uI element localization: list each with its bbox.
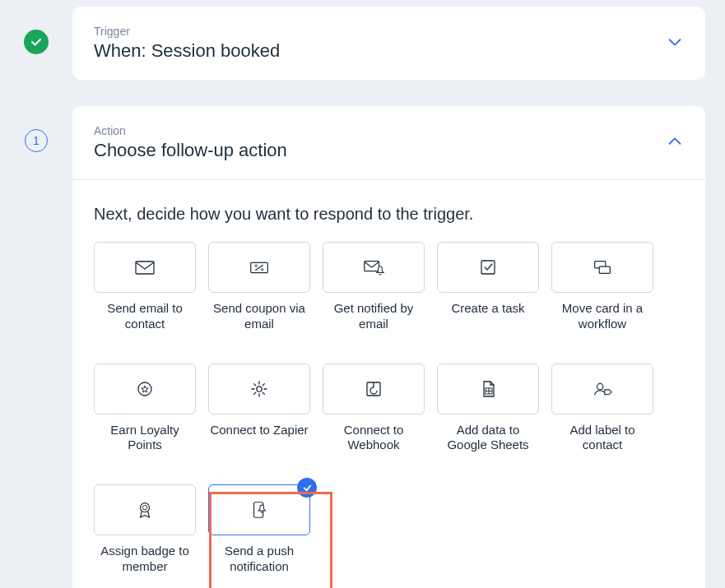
divider <box>72 179 705 180</box>
svg-rect-7 <box>599 266 610 273</box>
tile-label: Send email to contact <box>94 301 196 332</box>
svg-point-3 <box>262 269 263 271</box>
loyalty-star-icon <box>133 379 156 399</box>
tile-label: Connect to Zapier <box>208 423 310 438</box>
action-tile-create-task[interactable] <box>437 242 539 293</box>
svg-point-2 <box>255 265 257 266</box>
task-checkbox-icon <box>476 257 500 277</box>
phone-bell-icon <box>248 500 271 520</box>
tile-label: Send a push notification <box>208 544 310 575</box>
envelope-icon <box>133 257 156 277</box>
webhook-icon <box>362 379 385 399</box>
tile-label: Add label to contact <box>551 423 653 454</box>
svg-rect-5 <box>481 261 495 274</box>
action-tile-add-label[interactable] <box>551 363 653 414</box>
action-title: Choose follow-up action <box>94 140 287 161</box>
action-helper-text: Next, decide how you want to respond to … <box>94 205 684 224</box>
tile-label: Send coupon via email <box>208 301 310 332</box>
action-tile-assign-badge[interactable] <box>94 484 196 535</box>
trigger-title: When: Session booked <box>94 40 280 62</box>
action-eyebrow: Action <box>94 124 287 137</box>
sheets-icon <box>476 379 500 399</box>
action-card-header[interactable]: Action Choose follow-up action <box>94 124 684 161</box>
tile-label: Earn Loyalty Points <box>94 423 196 454</box>
svg-rect-0 <box>136 262 154 274</box>
svg-point-14 <box>142 505 147 510</box>
tile-label: Add data to Google Sheets <box>437 423 539 454</box>
tile-label: Connect to Webhook <box>323 423 425 454</box>
action-tile-send-email[interactable] <box>94 242 196 293</box>
action-step-number: 1 <box>33 134 40 147</box>
tile-label: Move card in a workflow <box>551 301 653 332</box>
action-tile-zapier[interactable] <box>208 363 310 414</box>
trigger-card[interactable]: Trigger When: Session booked <box>72 7 705 80</box>
svg-rect-4 <box>365 262 379 271</box>
coupon-icon <box>248 257 271 277</box>
gear-icon <box>248 379 271 399</box>
contact-label-icon <box>591 379 614 399</box>
svg-point-8 <box>138 382 151 396</box>
chevron-up-icon[interactable] <box>666 132 684 154</box>
selected-check-icon <box>297 478 317 498</box>
action-card: Action Choose follow-up action Next, dec… <box>72 106 705 588</box>
envelope-bell-icon <box>362 257 385 277</box>
action-tile-push-notification[interactable] <box>208 484 310 535</box>
trigger-eyebrow: Trigger <box>94 25 280 38</box>
svg-point-9 <box>257 386 262 391</box>
svg-point-13 <box>140 503 149 512</box>
chevron-down-icon[interactable] <box>666 33 684 54</box>
action-tile-webhook[interactable] <box>323 363 425 414</box>
action-step-number-badge: 1 <box>25 129 48 152</box>
badge-ribbon-icon <box>133 500 156 520</box>
action-tile-send-coupon[interactable] <box>208 242 310 293</box>
workflow-cards-icon <box>591 257 614 277</box>
svg-point-12 <box>597 383 602 389</box>
action-tile-loyalty-points[interactable] <box>94 363 196 414</box>
action-tile-get-notified[interactable] <box>323 242 425 293</box>
tile-label: Create a task <box>437 301 539 317</box>
tile-label: Assign badge to member <box>94 544 196 575</box>
tile-label: Get notified by email <box>323 301 425 332</box>
action-tile-move-card[interactable] <box>551 242 653 293</box>
trigger-complete-badge <box>24 30 49 54</box>
action-tile-google-sheets[interactable] <box>437 363 539 414</box>
